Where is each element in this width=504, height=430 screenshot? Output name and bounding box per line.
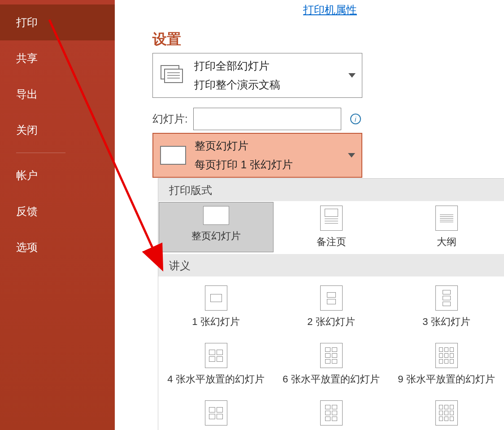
settings-heading: 设置	[152, 30, 181, 49]
layout-label: 2 张幻灯片	[307, 315, 355, 329]
svg-rect-5	[161, 146, 186, 164]
handout-6-vertical[interactable]: 6 张垂直放置的幻灯片	[274, 397, 389, 430]
handout-4-horizontal[interactable]: 4 张水平放置的幻灯片	[159, 339, 274, 390]
sidebar-divider	[16, 153, 65, 153]
handout-4h-icon	[205, 343, 227, 368]
layout-label: 1 张幻灯片	[192, 315, 239, 329]
sidebar-item-options[interactable]: 选项	[0, 229, 115, 265]
dropdown-title: 打印全部幻灯片	[194, 59, 344, 73]
sidebar-item-label: 反馈	[16, 205, 38, 217]
sidebar-item-label: 共享	[16, 52, 38, 64]
sidebar-item-label: 导出	[16, 88, 38, 100]
slides-stack-icon	[159, 62, 186, 89]
handout-6h-icon	[320, 343, 343, 368]
layout-label: 整页幻灯片	[191, 229, 241, 243]
print-range-dropdown[interactable]: 打印全部幻灯片 打印整个演示文稿	[152, 53, 362, 98]
info-icon[interactable]: i	[350, 114, 361, 124]
handout-9-horizontal[interactable]: 9 张水平放置的幻灯片	[389, 339, 504, 390]
slides-range-input[interactable]	[193, 108, 341, 130]
handout-3-icon	[435, 285, 458, 311]
sidebar-item-label: 打印	[16, 16, 38, 28]
handout-9v-icon	[435, 400, 458, 426]
layout-label: 4 张水平放置的幻灯片	[167, 373, 264, 386]
chevron-down-icon	[348, 153, 355, 158]
sidebar-item-close[interactable]: 关闭	[0, 112, 115, 148]
dropdown-subtitle: 打印整个演示文稿	[194, 78, 344, 92]
dropdown-title: 整页幻灯片	[195, 139, 343, 153]
sidebar-item-share[interactable]: 共享	[0, 40, 115, 76]
dropdown-subtitle: 每页打印 1 张幻灯片	[195, 158, 343, 172]
sidebar: 打印 共享 导出 关闭 帐户 反馈 选项	[0, 0, 115, 430]
slides-label: 幻灯片:	[152, 112, 188, 126]
chevron-down-icon	[348, 73, 356, 78]
layout-popup: 打印版式 整页幻灯片 备注页 大纲 讲义 1	[158, 178, 504, 430]
layout-outline[interactable]: 大纲	[389, 202, 504, 252]
layout-label: 大纲	[437, 235, 456, 249]
handout-1-slide[interactable]: 1 张幻灯片	[159, 282, 274, 332]
layout-notes-page[interactable]: 备注页	[274, 202, 389, 252]
layout-label: 备注页	[317, 235, 346, 249]
layout-label: 9 张水平放置的幻灯片	[398, 373, 495, 386]
section-header-print-layout: 打印版式	[158, 179, 504, 201]
handout-6-horizontal[interactable]: 6 张水平放置的幻灯片	[274, 339, 389, 390]
sidebar-item-label: 关闭	[16, 124, 38, 136]
sidebar-item-account[interactable]: 帐户	[0, 158, 115, 193]
layout-full-page[interactable]: 整页幻灯片	[159, 202, 274, 252]
full-page-icon	[203, 206, 229, 225]
printer-properties-link[interactable]: 打印机属性	[303, 3, 357, 17]
handout-3-slides[interactable]: 3 张幻灯片	[389, 282, 504, 332]
sidebar-item-label: 选项	[16, 241, 38, 253]
handout-9-vertical[interactable]: 9 张垂直放置的幻灯片	[389, 397, 504, 430]
full-page-slide-icon	[160, 142, 187, 169]
notes-page-icon	[320, 206, 343, 231]
outline-icon	[435, 206, 458, 231]
section-header-handouts: 讲义	[158, 254, 504, 276]
handout-2-icon	[320, 285, 343, 311]
handout-6v-icon	[320, 400, 343, 426]
slides-range-row: 幻灯片: i	[152, 108, 361, 130]
handout-9h-icon	[435, 343, 458, 368]
sidebar-item-print[interactable]: 打印	[0, 4, 115, 40]
handout-2-slides[interactable]: 2 张幻灯片	[274, 282, 389, 332]
svg-rect-1	[165, 69, 182, 83]
handout-4v-icon	[205, 400, 227, 426]
layout-label: 3 张幻灯片	[422, 315, 470, 329]
content-area: 打印机属性 设置 打印全部幻灯片 打印整个演示文稿 幻灯片: i	[115, 0, 504, 430]
sidebar-item-feedback[interactable]: 反馈	[0, 193, 115, 229]
layout-dropdown[interactable]: 整页幻灯片 每页打印 1 张幻灯片	[152, 133, 362, 178]
handout-1-icon	[205, 285, 227, 311]
sidebar-item-export[interactable]: 导出	[0, 76, 115, 112]
sidebar-item-label: 帐户	[16, 169, 38, 181]
handout-4-vertical[interactable]: 4 张垂直放置的幻灯片	[159, 397, 274, 430]
layout-label: 6 张水平放置的幻灯片	[282, 373, 379, 386]
